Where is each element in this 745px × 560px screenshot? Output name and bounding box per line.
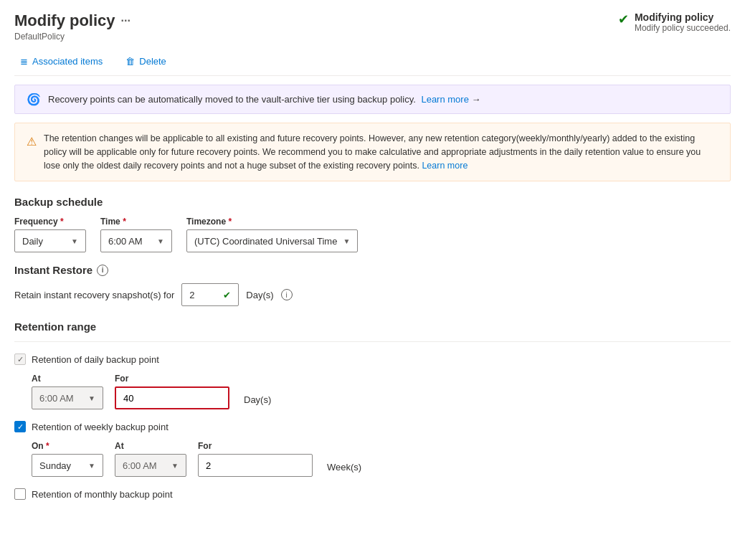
status-message: Modify policy succeeded. — [635, 23, 731, 33]
archive-banner: 🌀 Recovery points can be automatically m… — [14, 85, 731, 114]
chevron-down-icon: ▼ — [171, 462, 179, 470]
time-group: Time * 6:00 AM ▼ — [100, 217, 172, 252]
monthly-retention-row: Retention of monthly backup point — [14, 488, 731, 500]
time-select[interactable]: 6:00 AM ▼ — [100, 229, 172, 252]
trash-icon: 🗑 — [125, 56, 135, 67]
frequency-value: Daily — [22, 236, 43, 247]
daily-checkbox[interactable] — [14, 353, 26, 365]
daily-unit-label: Day(s) — [244, 394, 271, 405]
weekly-checkbox[interactable] — [14, 421, 26, 432]
monthly-checkbox[interactable] — [14, 488, 26, 500]
archive-learn-more-link[interactable]: Learn more — [421, 94, 468, 105]
monthly-retention-label: Retention of monthly backup point — [32, 489, 173, 500]
daily-for-label: For — [115, 374, 229, 384]
warning-icon: ⚠ — [27, 133, 37, 172]
associated-items-label: Associated items — [32, 56, 103, 67]
retain-info-icon[interactable]: i — [281, 289, 293, 300]
page-title-text: Modify policy — [14, 11, 115, 30]
weekly-for-label: For — [198, 441, 313, 451]
page-subtitle: DefaultPolicy — [14, 32, 131, 42]
chevron-down-icon: ▼ — [88, 394, 95, 402]
delete-label: Delete — [139, 56, 166, 67]
weekly-on-group: On * Sunday ▼ — [32, 441, 103, 477]
retain-unit: Day(s) — [246, 290, 273, 300]
weekly-field-group: On * Sunday ▼ At 6:00 AM ▼ For — [32, 441, 731, 477]
instant-restore-section: Instant Restore i Retain instant recover… — [14, 264, 731, 306]
retain-value-select[interactable]: 2 ✔ — [181, 283, 239, 306]
time-value: 6:00 AM — [108, 236, 143, 247]
retention-divider — [14, 341, 731, 342]
daily-for-group: For — [115, 374, 229, 409]
daily-at-value: 6:00 AM — [39, 393, 74, 404]
weekly-at-label: At — [115, 441, 186, 451]
status-success-icon: ✔ — [618, 11, 629, 27]
arrow-icon: → — [472, 94, 481, 105]
backup-schedule-section: Backup schedule Frequency * Daily ▼ Time… — [14, 196, 731, 252]
retain-row: Retain instant recovery snapshot(s) for … — [14, 283, 731, 306]
daily-retention-row: Retention of daily backup point — [14, 353, 731, 365]
page: Modify policy ··· DefaultPolicy ✔ Modify… — [0, 0, 745, 560]
instant-restore-title: Instant Restore i — [14, 264, 731, 276]
weekly-at-value: 6:00 AM — [123, 460, 157, 471]
frequency-group: Frequency * Daily ▼ — [14, 217, 86, 252]
daily-at-label: At — [32, 374, 103, 384]
timezone-label: Timezone * — [186, 217, 358, 227]
weekly-on-label: On * — [32, 441, 103, 451]
timezone-group: Timezone * (UTC) Coordinated Universal T… — [186, 217, 358, 252]
daily-at-select[interactable]: 6:00 AM ▼ — [32, 386, 103, 409]
chevron-down-icon: ▼ — [88, 462, 95, 470]
weekly-retention-row: Retention of weekly backup point — [14, 421, 731, 432]
weekly-for-input[interactable] — [198, 454, 313, 477]
status-text: Modifying policy Modify policy succeeded… — [635, 11, 731, 33]
weekly-at-select[interactable]: 6:00 AM ▼ — [115, 454, 186, 477]
delete-button[interactable]: 🗑 Delete — [120, 53, 172, 70]
weekly-retention-label: Retention of weekly backup point — [32, 422, 169, 432]
backup-schedule-title: Backup schedule — [14, 196, 731, 208]
weekly-on-value: Sunday — [39, 460, 71, 471]
warning-learn-more-link[interactable]: Learn more — [422, 161, 468, 171]
associated-items-button[interactable]: ≣ Associated items — [14, 53, 108, 70]
archive-icon: 🌀 — [27, 92, 41, 106]
check-icon: ✔ — [223, 290, 231, 300]
retention-range-title: Retention range — [14, 321, 731, 333]
retain-value: 2 — [189, 290, 194, 300]
more-options-icon[interactable]: ··· — [121, 14, 131, 27]
frequency-select[interactable]: Daily ▼ — [14, 229, 86, 252]
header-right: ✔ Modifying policy Modify policy succeed… — [618, 11, 731, 33]
warning-banner: ⚠ The retention changes will be applicab… — [14, 123, 731, 181]
toolbar: ≣ Associated items 🗑 Delete — [14, 47, 731, 76]
warning-text: The retention changes will be applicable… — [44, 132, 718, 172]
weekly-fields: On * Sunday ▼ At 6:00 AM ▼ For — [32, 441, 731, 477]
status-title: Modifying policy — [635, 11, 731, 23]
timezone-select[interactable]: (UTC) Coordinated Universal Time ▼ — [186, 229, 358, 252]
chevron-down-icon: ▼ — [343, 237, 350, 245]
daily-at-group: At 6:00 AM ▼ — [32, 374, 103, 409]
instant-restore-info-icon[interactable]: i — [97, 265, 108, 276]
header-left: Modify policy ··· DefaultPolicy — [14, 11, 131, 42]
weekly-at-group: At 6:00 AM ▼ — [115, 441, 186, 477]
retain-label: Retain instant recovery snapshot(s) for — [14, 290, 174, 300]
weekly-unit-label: Week(s) — [327, 462, 361, 473]
timezone-value: (UTC) Coordinated Universal Time — [194, 236, 337, 247]
weekly-for-group: For — [198, 441, 313, 477]
daily-retention-label: Retention of daily backup point — [32, 354, 159, 365]
page-title: Modify policy ··· — [14, 11, 131, 30]
chevron-down-icon: ▼ — [157, 237, 164, 245]
header: Modify policy ··· DefaultPolicy ✔ Modify… — [14, 11, 731, 42]
list-icon: ≣ — [20, 56, 28, 67]
daily-for-input[interactable] — [115, 386, 229, 409]
time-label: Time * — [100, 217, 172, 227]
archive-banner-text: Recovery points can be automatically mov… — [48, 94, 481, 105]
daily-fields: At 6:00 AM ▼ For Day(s) — [32, 374, 731, 409]
retention-range-section: Retention range Retention of daily backu… — [14, 321, 731, 500]
schedule-form-row: Frequency * Daily ▼ Time * 6:00 AM ▼ Tim — [14, 217, 731, 252]
frequency-label: Frequency * — [14, 217, 86, 227]
weekly-on-select[interactable]: Sunday ▼ — [32, 454, 103, 477]
chevron-down-icon: ▼ — [71, 237, 78, 245]
daily-field-group: At 6:00 AM ▼ For Day(s) — [32, 374, 731, 409]
